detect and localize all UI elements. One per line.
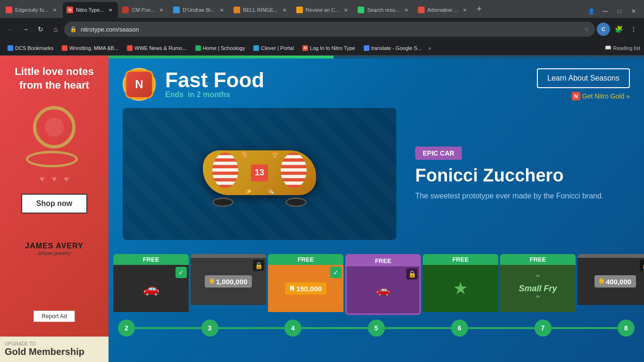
season-ends: Ends in 2 months bbox=[165, 90, 264, 99]
bookmark-favicon-schoology bbox=[195, 45, 201, 51]
tab-title-adrenaline: Adrenaline ... bbox=[427, 7, 458, 13]
tab-close-bell[interactable]: ✕ bbox=[281, 6, 288, 14]
bookmark-nitrotype-login[interactable]: N Log In to Nitro Type bbox=[299, 42, 359, 54]
season-icon: N bbox=[123, 68, 156, 101]
upgrade-title: Gold Membership bbox=[5, 346, 104, 357]
reward-content-car2: 🚗 bbox=[376, 283, 390, 296]
bookmark-wwe[interactable]: WWE News & Rumo... bbox=[123, 42, 191, 54]
season-title-group: Fast Food Ends in 2 months bbox=[165, 70, 264, 99]
tab-close-edgenuity[interactable]: ✕ bbox=[51, 6, 59, 14]
reward-text-value: Small Fry bbox=[519, 284, 557, 294]
reload-button[interactable]: ↻ bbox=[34, 23, 47, 36]
steps-track: 2 3 4 5 6 7 8 bbox=[109, 315, 644, 341]
reward-check-1: ✓ bbox=[176, 267, 187, 278]
shop-now-button[interactable]: Shop now bbox=[21, 194, 87, 214]
bookmark-label-dcs: DCS Bookmarks bbox=[15, 45, 53, 51]
bookmark-dcs[interactable]: DCS Bookmarks bbox=[4, 42, 57, 54]
reward-body-2: ₦1,000,000 🔒 bbox=[191, 258, 266, 305]
step-7[interactable]: 7 bbox=[535, 320, 552, 337]
food-icon-2: 🍔 bbox=[271, 151, 278, 158]
tab-close-search[interactable]: ✕ bbox=[402, 6, 410, 14]
reward-header-3: FREE bbox=[268, 254, 343, 265]
maximize-button[interactable]: □ bbox=[613, 5, 626, 18]
quote-right-icon: " bbox=[536, 294, 539, 304]
season-title: Fast Food bbox=[165, 70, 264, 90]
reward-item-6: FREE " Small Fry " bbox=[500, 254, 576, 315]
reward-content-splat: ★ bbox=[453, 279, 468, 298]
tab-close-nitrotype[interactable]: ✕ bbox=[107, 6, 114, 14]
reward-header-2 bbox=[191, 254, 266, 258]
toolbar-icons: C 🧩 ⋮ bbox=[597, 23, 640, 36]
bookmark-label-schoology: Home | Schoology bbox=[203, 45, 245, 51]
step-8[interactable]: 8 bbox=[618, 320, 635, 337]
ring-large bbox=[33, 106, 75, 148]
step-line-3-4 bbox=[218, 327, 285, 329]
new-tab-button[interactable]: + bbox=[473, 2, 486, 16]
reading-list-button[interactable]: 📖 Reading list bbox=[605, 45, 640, 51]
close-button[interactable]: ✕ bbox=[627, 5, 640, 18]
tab-title-bell: BELL RINGE... bbox=[243, 7, 278, 13]
reward-header-1: FREE bbox=[113, 254, 189, 265]
bookmark-favicon-wrestling bbox=[62, 45, 67, 51]
step-line-6-7 bbox=[468, 327, 535, 329]
reward-item-1: FREE 🚗 ✓ bbox=[113, 254, 189, 315]
car-showcase: 13 🍕 🍔 🌮 🌯 EPIC CAR Fon bbox=[109, 108, 644, 240]
learn-seasons-button[interactable]: Learn About Seasons bbox=[537, 68, 630, 88]
tab-favicon-dundrae bbox=[173, 7, 180, 13]
get-nitro-gold[interactable]: N Get Nitro Gold » bbox=[572, 92, 630, 100]
bookmark-translate[interactable]: translate - Google S... bbox=[360, 42, 426, 54]
tab-review[interactable]: Review an C... ✕ bbox=[293, 2, 354, 18]
nitro-n-icon: N bbox=[572, 92, 580, 100]
food-icon-1: 🍕 bbox=[241, 151, 248, 158]
tab-dundrae[interactable]: D'Undrae Br... ✕ bbox=[169, 2, 229, 18]
bookmark-label-nitrotype-login: Log In to Nitro Type bbox=[310, 45, 355, 51]
back-button[interactable]: ← bbox=[4, 23, 17, 36]
bookmark-favicon-nitrotype-login: N bbox=[302, 45, 308, 51]
menu-button[interactable]: ⋮ bbox=[627, 23, 640, 36]
star-icon[interactable]: ☆ bbox=[584, 26, 589, 33]
tab-cm[interactable]: CM Pun... ✕ bbox=[118, 2, 169, 18]
page-content: Little love notes from the heart ♥♥♥ Sho… bbox=[0, 56, 644, 362]
tab-close-adrenaline[interactable]: ✕ bbox=[461, 6, 468, 14]
bookmark-label-translate: translate - Google S... bbox=[371, 45, 422, 51]
bookmark-schoology[interactable]: Home | Schoology bbox=[192, 42, 249, 54]
step-2[interactable]: 2 bbox=[118, 320, 135, 337]
tab-close-review[interactable]: ✕ bbox=[342, 6, 350, 14]
bookmark-favicon-clever bbox=[253, 45, 259, 51]
reward-header-5: FREE bbox=[423, 254, 498, 265]
bookmark-wrestling[interactable]: Wrestling, MMA &B... bbox=[58, 42, 122, 54]
tab-edgenuity[interactable]: Edgenuity fo... ✕ bbox=[2, 2, 62, 18]
bookmark-label-clever: Clever | Portal bbox=[261, 45, 294, 51]
forward-button[interactable]: → bbox=[19, 23, 32, 36]
ad-inner: Little love notes from the heart ♥♥♥ Sho… bbox=[0, 56, 109, 362]
home-button[interactable]: ⌂ bbox=[49, 23, 62, 36]
reward-price-7: ₦400,000 bbox=[594, 275, 636, 288]
step-6[interactable]: 6 bbox=[451, 320, 468, 337]
step-3[interactable]: 3 bbox=[201, 320, 218, 337]
extensions-button[interactable]: 🧩 bbox=[612, 23, 625, 36]
car-left-stripe bbox=[212, 153, 238, 188]
chrome-profile-icon[interactable]: 👤 bbox=[585, 5, 598, 18]
bookmark-clever[interactable]: Clever | Portal bbox=[250, 42, 298, 54]
step-4[interactable]: 4 bbox=[284, 320, 301, 337]
report-ad-button[interactable]: Report Ad bbox=[33, 311, 75, 322]
tab-adrenaline[interactable]: Adrenaline ... ✕ bbox=[414, 2, 472, 18]
tab-favicon-edgenuity bbox=[6, 7, 12, 13]
reward-text-content: " Small Fry " bbox=[519, 273, 557, 304]
tab-close-dundrae[interactable]: ✕ bbox=[218, 6, 226, 14]
tab-search[interactable]: Search resu... ✕ bbox=[354, 2, 413, 18]
upgrade-box: UPGRADE TO Gold Membership bbox=[0, 337, 109, 362]
tab-favicon-review bbox=[296, 7, 303, 13]
reward-body-3: ₦150,000 ✓ bbox=[268, 265, 343, 312]
tab-nitrotype[interactable]: N Nitro Type... ✕ bbox=[63, 2, 118, 18]
more-bookmarks[interactable]: » bbox=[427, 45, 433, 51]
get-nitro-gold-label: Get Nitro Gold bbox=[582, 92, 624, 100]
tab-bar: Edgenuity fo... ✕ N Nitro Type... ✕ CM P… bbox=[0, 0, 644, 18]
minimize-button[interactable]: ─ bbox=[599, 5, 612, 18]
tab-close-cm[interactable]: ✕ bbox=[158, 6, 165, 14]
address-bar[interactable]: 🔒 nitrotype.com/season ☆ bbox=[64, 22, 595, 37]
profile-button[interactable]: C bbox=[597, 23, 610, 36]
bookmarks-bar: DCS Bookmarks Wrestling, MMA &B... WWE N… bbox=[0, 41, 644, 56]
step-5[interactable]: 5 bbox=[368, 320, 385, 337]
tab-bell[interactable]: BELL RINGE... ✕ bbox=[230, 2, 292, 18]
